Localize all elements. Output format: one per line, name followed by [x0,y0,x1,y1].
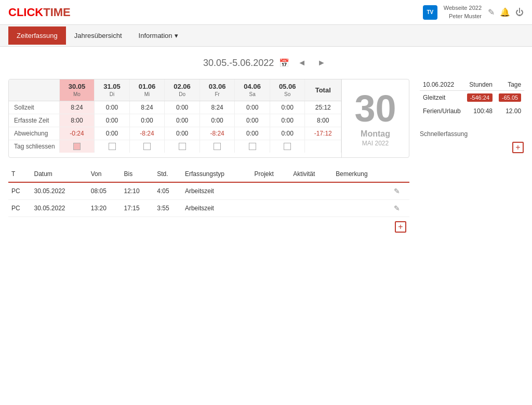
col-datum: Datum [31,166,87,182]
bell-icon[interactable]: 🔔 [500,7,510,17]
week-header-label [9,79,59,101]
col-std: Std. [154,166,182,182]
row-sollzeit: Sollzeit 8:24 0:00 8:24 0:00 8:24 0:00 0… [9,101,341,114]
entry1-edit[interactable]: ✎ [391,182,409,200]
tag-schliessen-fri[interactable] [200,140,235,153]
tag-schliessen-thu[interactable] [165,140,200,153]
edit-icon-2[interactable]: ✎ [394,204,400,212]
navigation: Zeiterfassung Jahresübersicht Informatio… [0,25,532,47]
prev-week-button[interactable]: ◄ [295,57,309,69]
tag-schliessen-wed[interactable] [129,140,165,153]
checkbox-fri[interactable] [214,143,221,150]
calendar-display: 30 Montag MAI 2022 [341,79,409,157]
row-abweichung: Abweichung -0:24 0:00 -8:24 0:00 -8:24 0… [9,127,341,140]
sollzeit-mon: 8:24 [59,101,95,114]
tag-schliessen-mon[interactable] [59,140,95,153]
edit-icon[interactable]: ✎ [488,7,495,17]
summary-row-ferien: Ferien/Urlaub 100:48 12.00 [420,104,524,118]
tag-schliessen-sat[interactable] [235,140,270,153]
week-header-0406[interactable]: 04.06 Sa [235,79,270,101]
entries-table: T Datum Von Bis Std. Erfassungstyp Proje… [8,166,409,217]
app-logo[interactable]: CLICKTIME [8,6,71,19]
abweichung-tue: 0:00 [95,127,130,140]
ferien-tage: 12.00 [496,104,524,118]
col-bemerkung: Bemerkung [332,166,390,182]
ferien-stunden: 100:48 [464,104,496,118]
sollzeit-sun: 0:00 [270,101,305,114]
col-bis: Bis [121,166,154,182]
sollzeit-fri: 8:24 [200,101,235,114]
abweichung-fri: -8:24 [200,127,235,140]
checkbox-sat[interactable] [249,143,256,150]
row-erfasste-zeit: Erfasste Zeit 8:00 0:00 0:00 0:00 0:00 0… [9,114,341,127]
summary-table: 10.06.2022 Stunden Tage Gleitzeit -546:2… [420,79,524,118]
user-site: Webseite 2022 [444,4,482,12]
col-von: Von [88,166,121,182]
entry2-aktivitat [290,200,332,217]
sollzeit-thu: 0:00 [165,101,200,114]
nav-information[interactable]: Information ▾ [130,26,187,45]
abweichung-thu: 0:00 [165,127,200,140]
checkbox-thu[interactable] [179,143,186,150]
next-week-button[interactable]: ► [314,57,329,69]
schnellerfassung-add-area: + [420,142,524,153]
week-header-0106[interactable]: 01.06 Mi [129,79,165,101]
power-icon[interactable]: ⏻ [515,8,524,17]
abweichung-total: -17:12 [305,127,341,140]
week-header-0506[interactable]: 05.06 So [270,79,305,101]
tag-schliessen-tue[interactable] [95,140,130,153]
week-header-0206[interactable]: 02.06 Do [165,79,200,101]
entry2-std: 3:55 [154,200,182,217]
erfasste-sat: 0:00 [235,114,270,127]
gleitzeit-tage: -65.05 [496,91,524,105]
content-area: 30.05 Mo 31.05 Di 01.06 Mi [8,79,524,233]
header-right: TV Webseite 2022 Peter Muster ✎ 🔔 ⏻ [423,4,524,20]
user-info: Webseite 2022 Peter Muster [444,4,482,20]
week-header-0306[interactable]: 03.06 Fr [200,79,235,101]
table-row: PC 30.05.2022 08:05 12:10 4:05 Arbeitsze… [8,182,409,200]
abweichung-sat: 0:00 [235,127,270,140]
summary-date-col: 10.06.2022 [420,79,464,91]
entry2-bemerkung [332,200,390,217]
week-header-3105[interactable]: 31.05 Di [95,79,130,101]
schnellerfassung-add-button[interactable]: + [512,142,524,153]
checkbox-tue[interactable] [109,143,116,150]
entry2-edit[interactable]: ✎ [391,200,409,217]
entry1-datum: 30.05.2022 [31,182,87,200]
checkbox-sun[interactable] [284,143,291,150]
entry2-bis: 17:15 [121,200,154,217]
sollzeit-tue: 0:00 [95,101,130,114]
logo-time: TIME [43,6,71,19]
nav-zeiterfassung[interactable]: Zeiterfassung [8,26,66,45]
erfasste-wed: 0:00 [129,114,165,127]
teamviewer-icon[interactable]: TV [423,5,437,20]
header-icons: ✎ 🔔 ⏻ [488,7,524,17]
erfasste-thu: 0:00 [165,114,200,127]
sollzeit-label: Sollzeit [9,101,59,114]
week-header-3005[interactable]: 30.05 Mo [59,79,95,101]
entry1-t: PC [8,182,31,200]
entry1-typ: Arbeitszeit [182,182,251,200]
entry2-typ: Arbeitszeit [182,200,251,217]
add-entry-button[interactable]: + [395,221,406,233]
gleitzeit-stunden: -546:24 [464,91,496,105]
edit-icon-1[interactable]: ✎ [394,187,400,195]
entry1-std: 4:05 [154,182,182,200]
checkbox-mon[interactable] [73,143,81,150]
tag-schliessen-sun[interactable] [270,140,305,153]
schnellerfassung-label: Schnellerfassung [420,130,524,138]
erfasste-label: Erfasste Zeit [9,114,59,127]
summary-header: 10.06.2022 Stunden Tage [420,79,524,91]
calendar-number: 30 [354,90,396,127]
header: CLICKTIME TV Webseite 2022 Peter Muster … [0,0,532,25]
checkbox-wed[interactable] [143,143,151,150]
nav-jahresubersicht[interactable]: Jahresübersicht [66,26,130,45]
entry1-von: 08:05 [88,182,121,200]
erfasste-mon: 8:00 [59,114,95,127]
calendar-icon[interactable]: 📅 [279,58,289,68]
summary-stunden-col: Stunden [464,79,496,91]
summary-tage-col: Tage [496,79,524,91]
erfasste-fri: 0:00 [200,114,235,127]
date-range-label: 30.05.-5.06.2022 [203,58,274,69]
abweichung-sun: 0:00 [270,127,305,140]
